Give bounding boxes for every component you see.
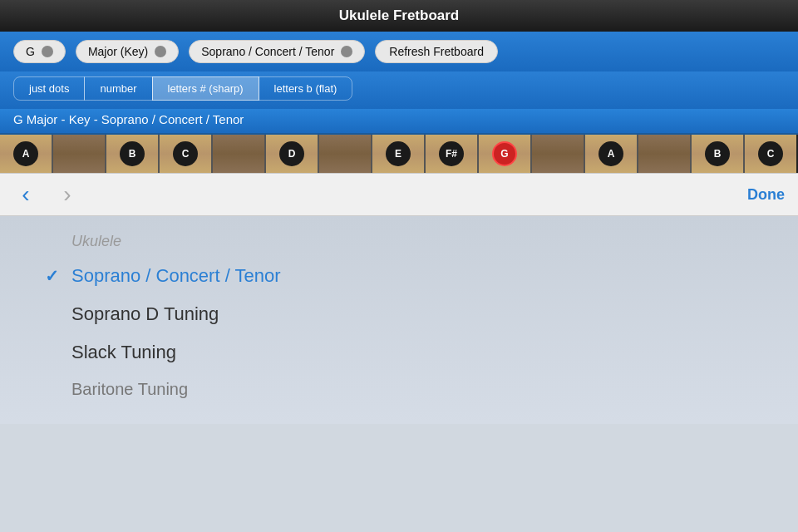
key-type-value: Major (Key) [88,45,148,58]
fret-cell-0: A [0,135,53,173]
done-button[interactable]: Done [747,186,785,204]
refresh-button[interactable]: Refresh Fretboard [375,40,498,63]
key-dot [42,46,53,57]
fretboard-inner: ABCDEF#GABC [0,135,798,173]
note-C-14: C [758,141,783,166]
picker-item-baritone[interactable]: Baritone Tuning [42,372,756,407]
picker-label-slack: Slack Tuning [71,342,176,363]
note-E-7: E [386,141,411,166]
key-label: G Major - Key - Soprano / Concert / Teno… [0,109,798,133]
picker-check-soprano-concert-tenor: ✓ [42,266,62,286]
picker-label-soprano-d: Soprano D Tuning [71,303,219,325]
fret-cell-6 [319,135,372,173]
note-D-5: D [279,141,304,166]
fret-cell-12 [638,135,692,173]
picker-item-soprano-concert-tenor[interactable]: ✓Soprano / Concert / Tenor [42,257,756,295]
fret-cell-13: B [692,135,745,173]
fret-cell-14: C [745,135,798,173]
nav-bar: ‹ › Done [0,173,798,216]
note-G-9: G [492,141,517,166]
key-control[interactable]: G [13,40,66,63]
fret-cell-2: B [106,135,160,173]
controls-bar: G Major (Key) Soprano / Concert / Tenor … [0,32,798,71]
segment-dots[interactable]: just dots [13,76,85,101]
title-bar: Ukulele Fretboard [0,0,798,32]
picker-item-slack[interactable]: Slack Tuning [42,333,756,372]
picker-label-baritone: Baritone Tuning [71,380,188,399]
app-title: Ukulele Fretboard [339,7,460,24]
tuning-dot [341,46,352,57]
fret-cell-11: A [585,135,638,173]
fretboard: ABCDEF#GABC [0,133,798,173]
note-B-2: B [120,141,145,166]
key-type-dot [155,46,166,57]
segment-letters-sharp[interactable]: letters # (sharp) [152,76,259,101]
tuning-value: Soprano / Concert / Tenor [201,45,334,58]
nav-arrows: ‹ › [13,181,80,208]
next-button[interactable]: › [55,181,80,208]
picker-item-soprano-d[interactable]: Soprano D Tuning [42,295,756,333]
fret-cell-4 [213,135,266,173]
fret-cell-1 [53,135,106,173]
note-F#-8: F# [439,141,464,166]
picker-label-soprano-concert-tenor: Soprano / Concert / Tenor [71,265,281,287]
note-A-11: A [598,141,623,166]
note-C-3: C [173,141,198,166]
fret-cell-9: G [479,135,532,173]
prev-button[interactable]: ‹ [13,181,38,208]
key-value: G [26,45,35,58]
fret-cell-5: D [266,135,319,173]
note-A-0: A [13,141,38,166]
segment-letters-flat[interactable]: letters b (flat) [259,76,353,101]
tuning-control[interactable]: Soprano / Concert / Tenor [189,40,365,63]
picker-items: ✓Soprano / Concert / TenorSoprano D Tuni… [42,257,756,407]
segment-number[interactable]: number [84,76,152,101]
picker-section-title: Ukulele [42,233,756,250]
note-B-13: B [705,141,730,166]
picker-area: Ukulele ✓Soprano / Concert / TenorSopran… [0,216,798,424]
fret-cell-10 [532,135,585,173]
key-type-control[interactable]: Major (Key) [76,40,179,63]
fret-cell-7: E [372,135,426,173]
fret-cell-3: C [160,135,213,173]
fret-cell-8: F# [426,135,479,173]
segment-bar: just dotsnumberletters # (sharp)letters … [0,71,798,109]
